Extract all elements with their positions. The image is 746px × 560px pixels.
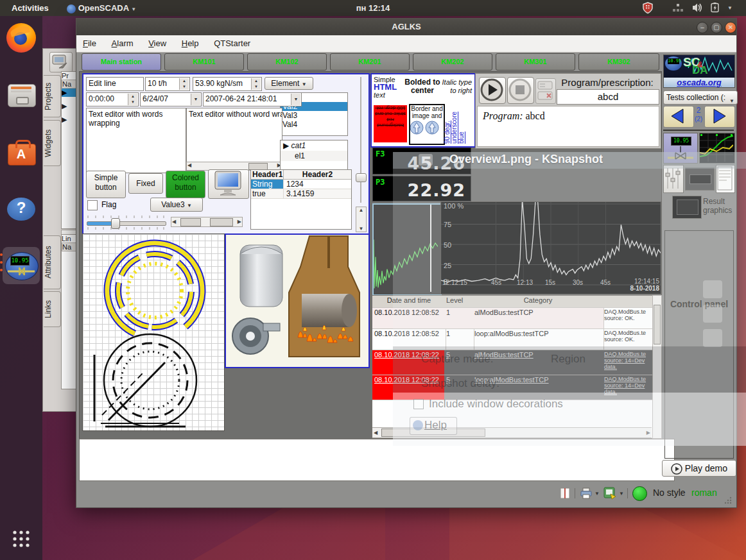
menu-alarm[interactable]: Alarm: [105, 35, 140, 52]
app-menu[interactable]: OpenSCADA ▼: [67, 0, 136, 16]
alarm-date[interactable]: 08.10.2018 12:08:52: [372, 308, 446, 329]
time-spinbox[interactable]: 0:00:00▲▼: [86, 92, 139, 106]
table-cell-selected[interactable]: String: [251, 180, 284, 189]
image-button[interactable]: [208, 169, 249, 199]
fixed-button[interactable]: Fixed: [128, 173, 163, 194]
resize-grip[interactable]: [724, 496, 733, 505]
col-header-message[interactable]: [602, 296, 654, 308]
alarm-level[interactable]: 1: [444, 308, 474, 329]
openscada-dock-icon[interactable]: 10.95: [3, 247, 40, 284]
tab-links[interactable]: Links: [44, 291, 61, 327]
h-scrollbar[interactable]: ◀ ▶: [372, 427, 652, 438]
menu-view[interactable]: View: [142, 35, 173, 52]
colored-button[interactable]: Colored button: [166, 171, 205, 198]
window-titlebar[interactable]: AGLKS – ▢ ✕: [76, 19, 736, 35]
tree-node-el1[interactable]: el1: [281, 151, 347, 161]
value-combobox[interactable]: Value3 ▼: [150, 198, 203, 212]
vertical-slider[interactable]: [356, 77, 366, 203]
thumb-sliders-widget[interactable]: [663, 165, 684, 193]
tab-km102[interactable]: KM102: [247, 53, 327, 71]
scroll-left-icon[interactable]: ◀: [172, 219, 176, 225]
horizontal-slider[interactable]: [87, 216, 165, 230]
vector-figure-canvas[interactable]: [82, 233, 225, 431]
alarm-message[interactable]: DAQ.ModBus.te source: OK.: [602, 308, 654, 329]
date-combobox[interactable]: 6/24/07▼: [140, 92, 202, 106]
minimize-button[interactable]: –: [697, 22, 708, 33]
alarm-message[interactable]: DAQ.ModBus.te source: OK.: [602, 329, 654, 350]
help-icon[interactable]: ?: [7, 198, 35, 221]
textarea-wrap[interactable]: Text editor with words wrapping: [86, 108, 186, 173]
prescription-list-button[interactable]: [535, 78, 556, 104]
app-grid-icon[interactable]: [12, 530, 30, 548]
menu-file[interactable]: File: [76, 35, 103, 52]
scrollbar-thumb[interactable]: [381, 428, 485, 437]
chevron-down-icon[interactable]: ▼: [191, 94, 200, 105]
trend-main[interactable]: 100 % 75 50 25 0 12:12:15 45s 12:13 15s …: [440, 201, 661, 294]
export-icon[interactable]: [603, 486, 617, 500]
spinner-arrows-icon[interactable]: ▲▼: [179, 78, 189, 90]
alarm-date-active[interactable]: 08.10.2018 12:08:22: [372, 350, 446, 375]
volume-icon[interactable]: [692, 3, 703, 19]
oscada-logo[interactable]: 10.95 SC & DA oscada.org: [663, 55, 735, 88]
security-shield-icon[interactable]: [642, 2, 654, 18]
result-graphics-label[interactable]: Result graphics: [703, 197, 735, 215]
play-demo-button[interactable]: Play demo: [662, 460, 736, 477]
scroll-left-icon[interactable]: ◀: [374, 430, 377, 436]
alarm-level[interactable]: 5: [444, 375, 474, 400]
tree-node-cat1[interactable]: ▶ cat1: [281, 140, 347, 151]
alarm-category[interactable]: loop:alModBus:testTCP: [473, 329, 604, 350]
scroll-down-icon[interactable]: ▼: [356, 226, 366, 232]
chevron-down-icon[interactable]: ▼: [727, 0, 733, 16]
prev-page-button[interactable]: [663, 106, 694, 128]
scrollbar-thumb[interactable]: [180, 218, 201, 226]
col-header[interactable]: Header1: [251, 170, 284, 179]
tab-km301[interactable]: KM301: [496, 53, 575, 71]
toolbar-export-icon[interactable]: [49, 52, 73, 72]
battery-icon[interactable]: [709, 3, 721, 19]
col-header-category[interactable]: Category: [473, 296, 604, 308]
firefox-icon[interactable]: [6, 23, 36, 53]
tab-km201[interactable]: KM201: [330, 53, 410, 71]
menu-help[interactable]: Help: [175, 35, 205, 52]
tree-item-selected[interactable]: ▶: [62, 89, 76, 97]
file-manager-icon[interactable]: [8, 81, 35, 108]
tab-attributes[interactable]: Attributes: [44, 235, 61, 289]
table-cell[interactable]: 3.14159: [284, 189, 351, 198]
pressure-spinbox[interactable]: 53.90 kgN/sm▲▼: [193, 77, 262, 91]
scroll-up-icon[interactable]: ▲: [356, 207, 366, 213]
scrollbar-thumb[interactable]: [210, 218, 233, 226]
thumb-display-widget[interactable]: [685, 167, 715, 191]
flow-spinbox[interactable]: 10 t/h▲▼: [145, 77, 190, 91]
alarm-category[interactable]: alModBus:testTCP: [473, 350, 604, 375]
col-header-level[interactable]: Level: [444, 296, 474, 308]
tree-item[interactable]: ▶: [62, 115, 76, 124]
print-icon[interactable]: [580, 487, 593, 500]
play-button[interactable]: [479, 77, 506, 104]
datetime-combobox[interactable]: 2007-06-24 21:48:01▼: [203, 92, 302, 106]
boiler-mnemonic-image[interactable]: [225, 233, 370, 368]
alarm-date[interactable]: 08.10.2018 12:08:52: [372, 329, 446, 350]
edit-line-input[interactable]: Edit line: [86, 77, 144, 91]
table-cell[interactable]: true: [251, 189, 284, 198]
tab-km202[interactable]: KM202: [413, 53, 492, 71]
scroll-right-icon[interactable]: ▶: [646, 430, 650, 436]
document-icon[interactable]: [559, 487, 571, 500]
trend-small[interactable]: [372, 203, 442, 296]
thumb-result-graph[interactable]: [699, 133, 735, 164]
tests-collection-combobox[interactable]: Tests collection (: ▼: [663, 90, 738, 105]
menu-qtstarter[interactable]: QTStarter: [207, 35, 257, 52]
v-scrollbar[interactable]: ▲ ▼: [356, 207, 367, 232]
spinner-arrows-icon[interactable]: ▲▼: [128, 94, 137, 105]
alarm-category[interactable]: loop:alModBus:testTCP: [473, 375, 604, 400]
activities-button[interactable]: Activities: [12, 0, 49, 16]
scroll-right-icon[interactable]: ▶: [238, 219, 241, 225]
slider-handle[interactable]: [356, 173, 367, 182]
col-header-date[interactable]: Date and time: [372, 296, 446, 308]
chevron-down-icon[interactable]: ▼: [619, 491, 624, 496]
spinner-arrows-icon[interactable]: ▲▼: [251, 78, 261, 90]
h-scrollbar[interactable]: ◀ ▶: [171, 217, 243, 227]
v-scrollbar[interactable]: [652, 295, 662, 439]
tab-km302[interactable]: KM302: [578, 53, 659, 71]
col-header[interactable]: Header2: [284, 170, 351, 179]
tree-item[interactable]: ▶: [62, 102, 76, 110]
